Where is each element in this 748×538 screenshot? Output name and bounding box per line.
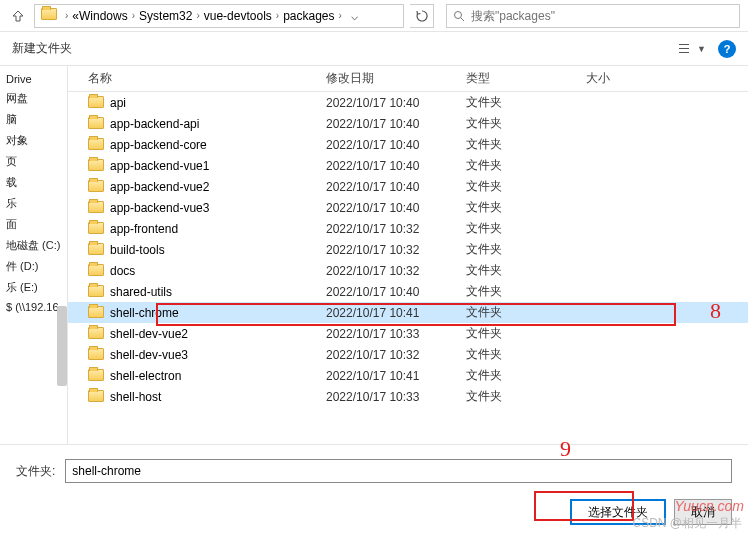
row-date: 2022/10/17 10:32 — [326, 348, 466, 362]
row-date: 2022/10/17 10:40 — [326, 138, 466, 152]
folder-icon — [88, 327, 104, 341]
row-date: 2022/10/17 10:32 — [326, 264, 466, 278]
search-icon — [453, 10, 465, 22]
row-name: build-tools — [110, 243, 326, 257]
crumb-item[interactable]: Windows — [79, 9, 128, 23]
row-name: app-backend-vue3 — [110, 201, 326, 215]
chevron-right-icon: › — [276, 10, 279, 21]
table-row[interactable]: shell-dev-vue22022/10/17 10:33文件夹 — [68, 323, 748, 344]
table-row[interactable]: app-backend-core2022/10/17 10:40文件夹 — [68, 134, 748, 155]
folder-icon — [88, 159, 104, 173]
row-type: 文件夹 — [466, 94, 586, 111]
row-name: shell-chrome — [110, 306, 326, 320]
crumb-item[interactable]: vue-devtools — [204, 9, 272, 23]
sidebar-item[interactable]: 乐 (E:) — [0, 277, 67, 298]
row-name: app-frontend — [110, 222, 326, 236]
sidebar-item[interactable]: 对象 — [0, 130, 67, 151]
crumb-item[interactable]: packages — [283, 9, 334, 23]
chevron-right-icon: › — [196, 10, 199, 21]
folder-icon — [88, 180, 104, 194]
annotation-label-8: 8 — [710, 298, 721, 324]
row-date: 2022/10/17 10:40 — [326, 201, 466, 215]
sidebar-item[interactable]: 地磁盘 (C:) — [0, 235, 67, 256]
folder-icon — [88, 264, 104, 278]
table-row[interactable]: shell-host2022/10/17 10:33文件夹 — [68, 386, 748, 407]
sidebar-item[interactable]: 脑 — [0, 109, 67, 130]
row-date: 2022/10/17 10:40 — [326, 96, 466, 110]
chevron-right-icon: › — [339, 10, 342, 21]
sidebar-item[interactable]: 件 (D:) — [0, 256, 67, 277]
scrollbar-thumb[interactable] — [57, 306, 67, 386]
row-date: 2022/10/17 10:32 — [326, 222, 466, 236]
table-row[interactable]: shell-dev-vue32022/10/17 10:32文件夹 — [68, 344, 748, 365]
table-row[interactable]: shell-chrome2022/10/17 10:41文件夹 — [68, 302, 748, 323]
row-name: app-backend-vue2 — [110, 180, 326, 194]
table-row[interactable]: app-backend-vue22022/10/17 10:40文件夹 — [68, 176, 748, 197]
sidebar-item[interactable]: 网盘 — [0, 88, 67, 109]
row-date: 2022/10/17 10:40 — [326, 159, 466, 173]
row-type: 文件夹 — [466, 346, 586, 363]
table-row[interactable]: api2022/10/17 10:40文件夹 — [68, 92, 748, 113]
row-name: shell-dev-vue2 — [110, 327, 326, 341]
row-type: 文件夹 — [466, 367, 586, 384]
folder-icon — [88, 201, 104, 215]
help-icon[interactable]: ? — [718, 40, 736, 58]
row-type: 文件夹 — [466, 283, 586, 300]
breadcrumb[interactable]: › « Windows› System32› vue-devtools› pac… — [34, 4, 404, 28]
search-box[interactable] — [446, 4, 740, 28]
row-type: 文件夹 — [466, 178, 586, 195]
row-type: 文件夹 — [466, 262, 586, 279]
row-type: 文件夹 — [466, 388, 586, 405]
row-name: app-backend-core — [110, 138, 326, 152]
header-date[interactable]: 修改日期 — [326, 70, 466, 87]
table-row[interactable]: app-frontend2022/10/17 10:32文件夹 — [68, 218, 748, 239]
column-headers[interactable]: 名称 修改日期 类型 大小 — [68, 66, 748, 92]
annotation-label-9: 9 — [560, 436, 571, 462]
table-row[interactable]: shared-utils2022/10/17 10:40文件夹 — [68, 281, 748, 302]
sidebar-item[interactable]: 乐 — [0, 193, 67, 214]
sidebar-item[interactable]: 页 — [0, 151, 67, 172]
table-row[interactable]: shell-electron2022/10/17 10:41文件夹 — [68, 365, 748, 386]
table-row[interactable]: app-backend-api2022/10/17 10:40文件夹 — [68, 113, 748, 134]
chevron-right-icon: › — [132, 10, 135, 21]
up-button[interactable] — [8, 6, 28, 26]
chevron-down-icon: ▼ — [697, 44, 706, 54]
row-type: 文件夹 — [466, 157, 586, 174]
view-options-button[interactable]: ▼ — [679, 43, 706, 55]
folder-icon — [88, 369, 104, 383]
folder-icon — [41, 8, 57, 24]
table-row[interactable]: app-backend-vue32022/10/17 10:40文件夹 — [68, 197, 748, 218]
crumb-item[interactable]: System32 — [139, 9, 192, 23]
row-date: 2022/10/17 10:41 — [326, 306, 466, 320]
sidebar-item[interactable]: Drive — [0, 70, 67, 88]
sidebar-item[interactable]: 载 — [0, 172, 67, 193]
row-date: 2022/10/17 10:33 — [326, 390, 466, 404]
row-name: api — [110, 96, 326, 110]
sidebar-item[interactable]: 面 — [0, 214, 67, 235]
row-type: 文件夹 — [466, 241, 586, 258]
folder-icon — [88, 138, 104, 152]
header-size[interactable]: 大小 — [586, 70, 748, 87]
breadcrumb-dropdown[interactable]: ⌵ — [346, 9, 364, 23]
header-name[interactable]: 名称 — [88, 70, 326, 87]
table-row[interactable]: app-backend-vue12022/10/17 10:40文件夹 — [68, 155, 748, 176]
table-row[interactable]: build-tools2022/10/17 10:32文件夹 — [68, 239, 748, 260]
new-folder-button[interactable]: 新建文件夹 — [12, 40, 72, 57]
folder-icon — [88, 306, 104, 320]
search-input[interactable] — [471, 9, 733, 23]
folder-icon — [88, 285, 104, 299]
table-row[interactable]: docs2022/10/17 10:32文件夹 — [68, 260, 748, 281]
row-date: 2022/10/17 10:32 — [326, 243, 466, 257]
row-type: 文件夹 — [466, 115, 586, 132]
folder-icon — [88, 243, 104, 257]
header-type[interactable]: 类型 — [466, 70, 586, 87]
svg-point-0 — [455, 11, 462, 18]
folder-icon — [88, 117, 104, 131]
row-date: 2022/10/17 10:40 — [326, 117, 466, 131]
row-type: 文件夹 — [466, 325, 586, 342]
sidebar[interactable]: Drive 网盘 脑 对象 页 载 乐 面 地磁盘 (C:) 件 (D:) 乐 … — [0, 66, 68, 444]
refresh-button[interactable] — [410, 4, 434, 28]
folder-input[interactable] — [65, 459, 732, 483]
folder-icon — [88, 96, 104, 110]
svg-rect-2 — [679, 44, 689, 45]
